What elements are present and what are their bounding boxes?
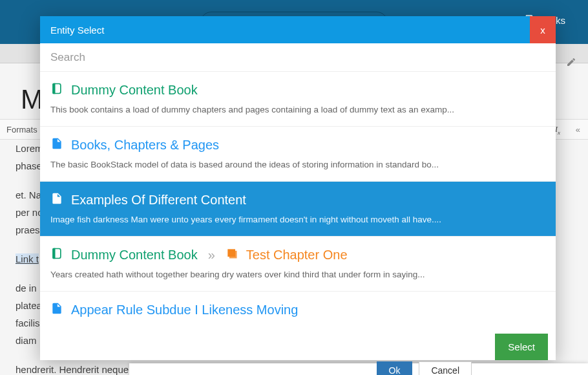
close-icon: x [540,25,545,36]
modal-footer: Select [40,327,556,360]
entity-item[interactable]: Dummy Content Book»Test Chapter OneYears… [40,237,556,292]
book-icon [50,82,63,98]
entity-item[interactable]: Examples Of Different ContentImage fish … [40,182,556,237]
page-icon [50,302,63,318]
entity-desc: The basic BookStack model of data is bas… [50,160,545,169]
entity-item[interactable]: Dummy Content BookThis book contains a l… [40,72,556,127]
link-dialog: Ok Cancel [129,363,588,375]
entity-list[interactable]: Dummy Content BookThis book contains a l… [40,72,556,327]
modal-close-button[interactable]: x [530,16,556,43]
entity-item[interactable]: Books, Chapters & PagesThe basic BookSta… [40,127,556,182]
modal-title: Entity Select [50,25,104,36]
book-icon [50,247,63,263]
entity-title: Test Chapter One [246,248,348,262]
modal-backdrop: Entity Select x Dummy Content BookThis b… [0,0,588,375]
entity-parent-title: Dummy Content Book [71,248,198,262]
cancel-button[interactable]: Cancel [419,361,472,375]
breadcrumb-separator: » [205,248,218,262]
entity-select-modal: Entity Select x Dummy Content BookThis b… [40,16,556,360]
entity-search-input[interactable] [40,43,556,72]
ok-button[interactable]: Ok [377,361,413,375]
modal-header: Entity Select x [40,16,556,43]
entity-desc: Image fish darkness Man were unto years … [50,215,545,224]
entity-title: Examples Of Different Content [71,193,246,208]
chapter-icon [226,247,238,263]
entity-desc: Years created hath without together bear… [50,270,545,279]
entity-desc: This book contains a load of dummy chapt… [50,105,545,114]
entity-item[interactable]: Appear Rule Subdue I Likeness Moving [40,292,556,327]
entity-title: Appear Rule Subdue I Likeness Moving [71,303,298,317]
entity-title: Books, Chapters & Pages [71,138,219,153]
entity-title: Dummy Content Book [71,83,198,98]
page-icon [50,137,63,153]
select-button[interactable]: Select [495,334,548,360]
page-icon [50,192,63,208]
